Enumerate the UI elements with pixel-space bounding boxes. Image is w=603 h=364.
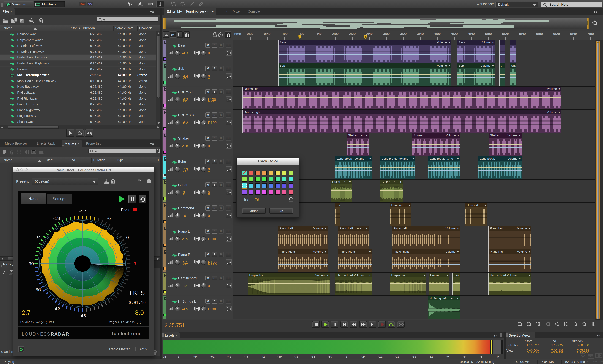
svg-text:-12: -12	[79, 209, 86, 214]
svg-text:-18: -18	[53, 216, 60, 221]
svg-text:-48: -48	[79, 313, 86, 318]
svg-text:www.xiazaiba.com: www.xiazaiba.com	[580, 360, 603, 363]
svg-text:-36: -36	[34, 287, 41, 292]
svg-text:0: 0	[126, 235, 129, 240]
svg-text:fx: fx	[171, 33, 174, 37]
svg-text:-6: -6	[107, 216, 111, 221]
svg-text:-30: -30	[27, 261, 34, 266]
svg-text:-24: -24	[34, 235, 41, 240]
svg-text:-42: -42	[53, 306, 60, 311]
svg-text:6: 6	[133, 261, 136, 266]
